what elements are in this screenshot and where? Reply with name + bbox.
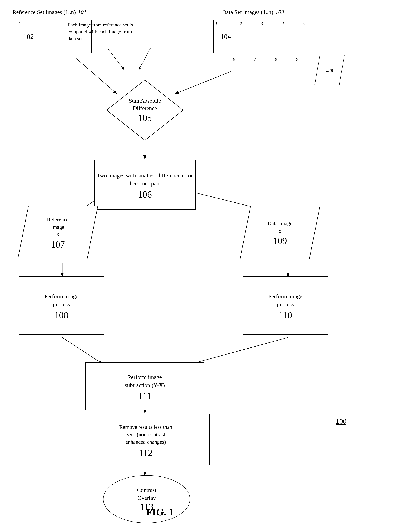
- comparison-annotation: Each image from reference set is compare…: [68, 21, 135, 42]
- diagram-100-label: 100: [336, 417, 347, 425]
- data-stack-row1: 1 104 2 3 4 5: [213, 19, 322, 53]
- pair-box: Two images with smallest difference erro…: [94, 160, 196, 210]
- ref-image-parallelogram: ReferenceimageX 107: [18, 206, 98, 259]
- svg-line-10: [190, 337, 288, 364]
- data-image-parallelogram: Data ImageY 109: [240, 206, 320, 259]
- diagram-container: Reference Set Images (1..n) 101 ...n 1 1…: [0, 0, 398, 532]
- subtraction-box: Perform imagesubtraction (Y-X) 111: [85, 362, 205, 410]
- perform-110-box: Perform imageprocess 110: [243, 276, 328, 335]
- perform-108-box: Perform imageprocess 108: [19, 276, 104, 335]
- sad-diamond: Sum Absolute Difference 105: [105, 78, 185, 142]
- svg-line-13: [107, 47, 124, 70]
- svg-line-14: [139, 47, 151, 70]
- reference-set-label: Reference Set Images (1..n) 101: [13, 9, 86, 15]
- data-stack-row2: 6 7 8 9 ...m: [231, 55, 342, 85]
- remove-box: Remove results less thanzero (non-contra…: [82, 414, 210, 465]
- data-set-label: Data Set Images (1..n) 103: [222, 9, 284, 15]
- fig-label: FIG. 1: [124, 507, 196, 518]
- svg-line-9: [62, 337, 103, 364]
